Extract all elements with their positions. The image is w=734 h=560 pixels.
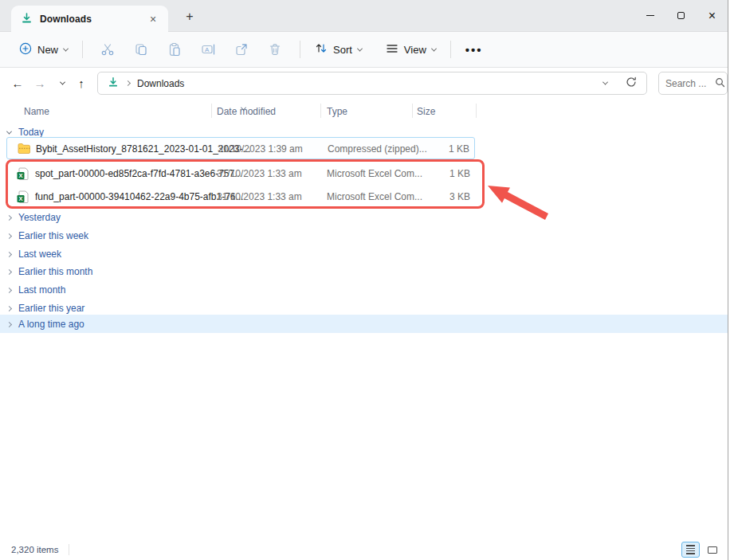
new-tab-button[interactable]: + [180, 7, 199, 26]
title-bar: Downloads × + × [0, 0, 728, 32]
file-type: Compressed (zipped)... [328, 143, 427, 155]
new-button[interactable]: New [13, 37, 74, 62]
ellipsis-icon: ••• [465, 43, 483, 57]
view-button-label: View [404, 44, 426, 56]
chevron-right-icon [6, 305, 12, 311]
column-divider[interactable] [412, 104, 413, 118]
refresh-button[interactable] [626, 76, 637, 91]
chevron-down-icon [431, 45, 437, 51]
search-box[interactable] [658, 72, 728, 95]
details-view-button[interactable] [681, 542, 700, 558]
paste-icon [167, 42, 182, 57]
file-row-spot-csv[interactable]: X spot_part-00000-ed85f2ca-f7fd-4781-a3e… [6, 163, 475, 185]
back-button[interactable]: ← [6, 69, 29, 97]
group-header-a-long-time-ago[interactable]: A long time ago [7, 315, 84, 333]
up-button[interactable]: ↑ [70, 69, 92, 97]
download-folder-icon [21, 12, 33, 27]
file-date-modified: 31/10/2023 1:39 am [218, 143, 303, 155]
minimize-button[interactable] [634, 0, 665, 31]
download-folder-icon [108, 76, 119, 91]
file-date-modified: 31/10/2023 1:33 am [217, 191, 302, 202]
group-label: Today [18, 127, 44, 138]
close-button[interactable]: × [697, 0, 728, 31]
file-row-bybit-zip[interactable]: Bybit_AssetHistory_8781621_2023-01-01_20… [6, 137, 475, 159]
column-headers: Name Date modified Type Size [0, 102, 728, 119]
scissors-icon [100, 42, 115, 57]
share-button[interactable] [225, 36, 258, 63]
group-header-last-month[interactable]: Last month [7, 281, 65, 299]
file-size: 1 KB [449, 143, 469, 155]
sort-arrows-icon [315, 42, 328, 57]
column-header-name[interactable]: Name [24, 106, 49, 117]
column-header-type[interactable]: Type [327, 106, 347, 117]
annotation-arrow [478, 174, 558, 223]
close-icon: × [708, 10, 716, 22]
toolbar-divider [450, 41, 451, 58]
address-bar[interactable]: Downloads [97, 72, 647, 95]
forward-button[interactable]: → [29, 69, 51, 97]
file-type: Microsoft Excel Com... [327, 168, 422, 179]
copy-button[interactable] [124, 36, 158, 63]
file-size: 3 KB [449, 191, 470, 202]
new-button-label: New [37, 44, 58, 56]
more-options-button[interactable]: ••• [459, 38, 489, 61]
group-header-earlier-this-month[interactable]: Earlier this month [7, 263, 92, 280]
status-bar: 2,320 items [0, 539, 728, 560]
column-header-size[interactable]: Size [417, 106, 435, 117]
address-dropdown-icon[interactable] [603, 80, 608, 85]
chevron-right-icon [6, 214, 12, 220]
cut-button[interactable] [91, 36, 124, 63]
zip-folder-icon [18, 143, 31, 158]
svg-text:X: X [19, 195, 23, 202]
sort-descending-icon [241, 100, 245, 114]
tab-title: Downloads [40, 14, 92, 25]
chevron-right-icon [6, 321, 12, 327]
group-header-last-week[interactable]: Last week [7, 245, 61, 263]
search-input[interactable] [665, 78, 712, 89]
chevron-right-icon [6, 268, 12, 274]
column-divider[interactable] [320, 104, 321, 118]
group-header-yesterday[interactable]: Yesterday [7, 209, 61, 226]
view-toggles [681, 542, 721, 558]
trash-icon [268, 42, 282, 57]
chevron-right-icon [6, 287, 12, 292]
items-count: 2,320 items [11, 545, 58, 554]
copy-icon [134, 42, 148, 57]
column-divider[interactable] [211, 104, 212, 118]
breadcrumb[interactable]: Downloads [137, 78, 184, 89]
file-size: 1 KB [449, 168, 470, 179]
group-label: Last week [18, 249, 61, 260]
file-date-modified: 31/10/2023 1:33 am [217, 168, 302, 179]
file-explorer-window: Downloads × + × New A [0, 0, 728, 560]
group-row-hover-highlight [0, 315, 728, 333]
svg-text:A: A [205, 46, 210, 53]
large-icons-view-button[interactable] [703, 542, 721, 558]
window-controls: × [634, 0, 728, 31]
navigation-bar: ← → ↑ Downloads [0, 69, 728, 97]
svg-text:X: X [19, 172, 23, 179]
sort-button-label: Sort [333, 44, 352, 56]
group-label: Last month [18, 284, 65, 296]
chevron-right-icon [125, 80, 131, 86]
large-icons-view-icon [708, 546, 717, 554]
group-header-earlier-this-week[interactable]: Earlier this week [7, 227, 88, 245]
group-label: Earlier this week [18, 230, 88, 241]
column-divider[interactable] [476, 104, 477, 118]
paste-button[interactable] [158, 36, 191, 63]
rename-icon: A [201, 42, 216, 57]
group-label: Earlier this month [18, 266, 92, 277]
excel-file-icon: X [17, 190, 29, 206]
view-button[interactable]: View [379, 38, 442, 61]
tab-downloads[interactable]: Downloads × [11, 6, 168, 33]
maximize-button[interactable] [665, 0, 697, 31]
file-row-fund-csv[interactable]: X fund_part-00000-39410462-22a9-4b75-afb… [6, 186, 475, 208]
group-label: Earlier this year [18, 303, 84, 314]
delete-button[interactable] [258, 36, 292, 63]
search-icon [715, 76, 725, 91]
sort-button[interactable]: Sort [308, 37, 368, 61]
maximize-icon [677, 12, 685, 19]
rename-button[interactable]: A [191, 36, 225, 63]
tab-close-icon[interactable]: × [146, 12, 160, 26]
excel-file-icon: X [17, 167, 29, 183]
chevron-right-icon [6, 233, 12, 238]
